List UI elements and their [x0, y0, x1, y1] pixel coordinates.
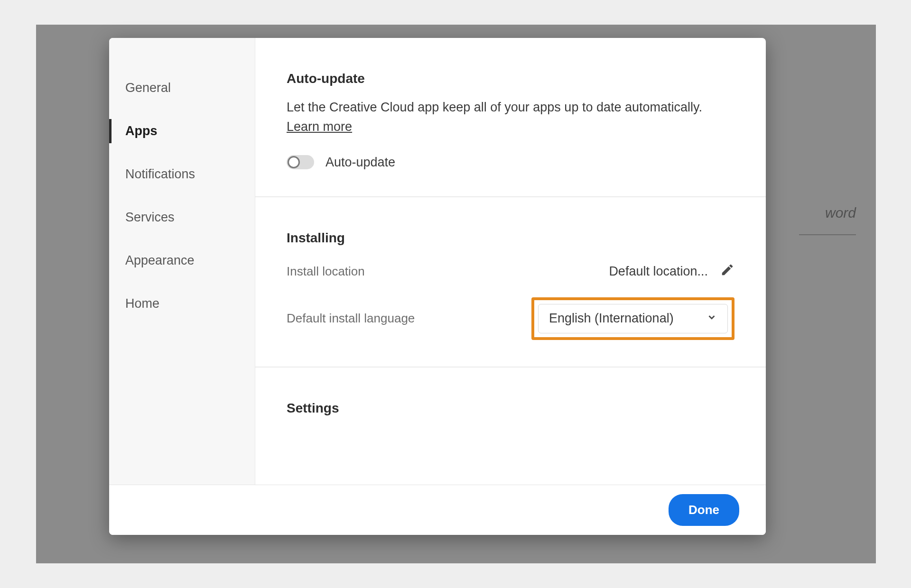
sidebar: General Apps Notifications Services Appe…	[109, 38, 255, 485]
sidebar-item-label: Home	[125, 296, 159, 311]
install-location-value-group: Default location...	[609, 263, 734, 280]
sidebar-item-label: Appearance	[125, 253, 195, 267]
toggle-label: Auto-update	[325, 155, 395, 170]
chevron-down-icon	[706, 311, 717, 326]
install-location-row: Install location Default location...	[287, 263, 734, 280]
background-partial-text: word	[799, 205, 856, 235]
sidebar-item-label: Services	[125, 210, 175, 224]
language-select-highlight: English (International)	[531, 297, 734, 340]
pencil-icon[interactable]	[720, 263, 734, 280]
sidebar-item-general[interactable]: General	[109, 66, 255, 110]
toggle-knob	[288, 156, 300, 168]
section-title: Auto-update	[287, 71, 734, 86]
install-location-label: Install location	[287, 264, 365, 279]
sidebar-item-apps[interactable]: Apps	[109, 110, 255, 153]
section-auto-update: Auto-update Let the Creative Cloud app k…	[255, 38, 766, 197]
language-select-value: English (International)	[549, 311, 674, 326]
sidebar-item-notifications[interactable]: Notifications	[109, 153, 255, 196]
done-button[interactable]: Done	[669, 494, 739, 526]
section-settings: Settings	[255, 368, 766, 485]
install-language-label: Default install language	[287, 311, 415, 326]
install-location-value: Default location...	[609, 264, 708, 279]
auto-update-toggle-row: Auto-update	[287, 155, 734, 170]
install-language-row: Default install language English (Intern…	[287, 297, 734, 340]
section-description: Let the Creative Cloud app keep all of y…	[287, 98, 734, 118]
sidebar-item-services[interactable]: Services	[109, 196, 255, 239]
auto-update-toggle[interactable]	[287, 155, 314, 169]
language-select[interactable]: English (International)	[538, 304, 728, 333]
section-installing: Installing Install location Default loca…	[255, 197, 766, 368]
sidebar-item-label: General	[125, 81, 171, 95]
sidebar-item-appearance[interactable]: Appearance	[109, 239, 255, 282]
section-title: Installing	[287, 230, 734, 246]
dialog-footer: Done	[109, 485, 766, 535]
dialog-body: General Apps Notifications Services Appe…	[109, 38, 766, 485]
learn-more-link[interactable]: Learn more	[287, 119, 352, 134]
preferences-dialog: General Apps Notifications Services Appe…	[109, 38, 766, 535]
sidebar-item-home[interactable]: Home	[109, 282, 255, 325]
sidebar-item-label: Notifications	[125, 167, 195, 181]
content-pane[interactable]: Auto-update Let the Creative Cloud app k…	[255, 38, 766, 485]
sidebar-item-label: Apps	[125, 124, 158, 138]
scroll-padding	[287, 427, 734, 485]
section-title: Settings	[287, 401, 734, 416]
